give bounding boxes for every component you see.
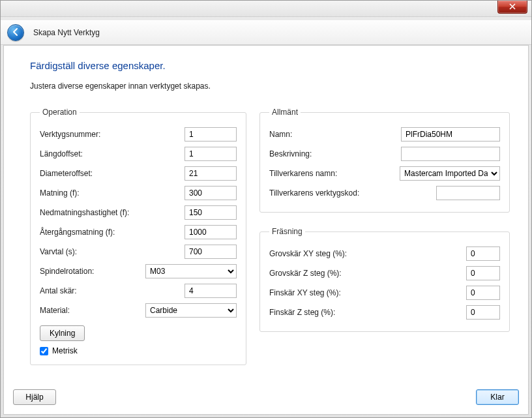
retract-input[interactable]	[185, 225, 237, 239]
titlebar	[1, 1, 531, 17]
finish-xy-label: Finskär XY steg (%):	[269, 288, 466, 297]
flutes-label: Antal skär:	[40, 286, 185, 295]
rough-xy-input[interactable]	[466, 246, 500, 261]
metric-checkbox[interactable]	[40, 347, 48, 355]
plunge-label: Nedmatningshastighet (f):	[40, 208, 185, 217]
back-button[interactable]	[7, 24, 24, 41]
name-label: Namn:	[269, 130, 401, 139]
columns: Operation Verktygsnummer: Längdoffset: D…	[30, 108, 510, 365]
desc-label: Beskrivning:	[269, 149, 401, 158]
finish-z-label: Finskär Z steg (%):	[269, 308, 466, 317]
rough-z-label: Grovskär Z steg (%):	[269, 269, 466, 278]
window-frame: Skapa Nytt Verktyg Färdigställ diverse e…	[0, 0, 532, 418]
finish-xy-input[interactable]	[466, 286, 500, 300]
footer: Hjälp Klar	[13, 389, 519, 405]
wizard-title: Skapa Nytt Verktyg	[33, 28, 100, 37]
close-icon	[509, 3, 516, 12]
page-heading: Färdigställ diverse egenskaper.	[30, 60, 166, 71]
mfr-code-input[interactable]	[436, 186, 500, 200]
rpm-input[interactable]	[185, 245, 237, 259]
general-legend: Allmänt	[269, 108, 301, 117]
diameter-offset-label: Diameteroffset:	[40, 169, 185, 178]
operation-group: Operation Verktygsnummer: Längdoffset: D…	[30, 108, 246, 365]
rough-z-input[interactable]	[466, 266, 500, 280]
finish-z-input[interactable]	[466, 305, 500, 320]
help-button[interactable]: Hjälp	[13, 389, 56, 405]
body-panel: Färdigställ diverse egenskaper. Justera …	[3, 45, 529, 415]
spindle-label: Spindelrotation:	[40, 267, 145, 276]
mfr-code-label: Tillverkarens verktygskod:	[269, 188, 436, 198]
general-group: Allmänt Namn: Beskrivning: Tillverkarens…	[259, 108, 510, 213]
mfr-name-select[interactable]: Mastercam Imported Dat	[400, 166, 500, 181]
material-select[interactable]: Carbide	[145, 303, 237, 318]
length-offset-label: Längdoffset:	[40, 149, 185, 158]
mfr-name-label: Tillverkarens namn:	[269, 169, 400, 178]
plunge-input[interactable]	[185, 205, 237, 220]
arrow-left-icon	[11, 27, 20, 38]
material-label: Material:	[40, 306, 145, 315]
wizard-header: Skapa Nytt Verktyg	[1, 20, 531, 45]
spindle-select[interactable]: M03	[145, 264, 237, 278]
desc-input[interactable]	[401, 147, 500, 161]
length-offset-input[interactable]	[185, 147, 237, 161]
done-button[interactable]: Klar	[476, 389, 519, 405]
milling-legend: Fräsning	[269, 227, 305, 236]
feed-label: Matning (f):	[40, 188, 185, 198]
right-column: Allmänt Namn: Beskrivning: Tillverkarens…	[259, 108, 510, 332]
retract-label: Återgångsmatning (f):	[40, 228, 185, 237]
milling-group: Fräsning Grovskär XY steg (%): Grovskär …	[259, 227, 510, 332]
page-subheading: Justera diverse egenskaper innan verktyg…	[30, 82, 211, 91]
diameter-offset-input[interactable]	[185, 166, 237, 181]
metric-label: Metrisk	[52, 346, 78, 355]
flutes-input[interactable]	[185, 284, 237, 298]
close-button[interactable]	[497, 1, 527, 14]
operation-legend: Operation	[40, 108, 80, 117]
rough-xy-label: Grovskär XY steg (%):	[269, 249, 466, 258]
feed-input[interactable]	[185, 186, 237, 200]
tool-number-label: Verktygsnummer:	[40, 130, 185, 139]
rpm-label: Varvtal (s):	[40, 247, 185, 256]
coolant-button[interactable]: Kylning	[40, 325, 85, 341]
tool-number-input[interactable]	[185, 127, 237, 142]
name-input[interactable]	[401, 127, 500, 142]
